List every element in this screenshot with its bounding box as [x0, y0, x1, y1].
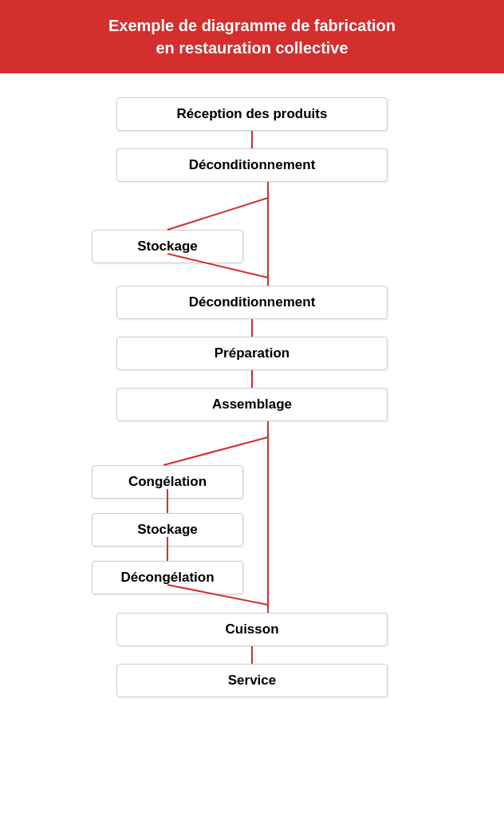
svg-line-1	[167, 198, 268, 230]
branch-svg-2	[16, 421, 488, 613]
diagram-container: Réception des produits Déconditionnement…	[0, 73, 504, 817]
node-congelation: Congélation	[92, 465, 243, 499]
node-assemblage: Assemblage	[116, 388, 388, 421]
node-deconditionnement1: Déconditionnement	[116, 148, 388, 182]
node-deconditionnement2: Déconditionnement	[116, 286, 388, 319]
node-stockage2: Stockage	[92, 513, 243, 547]
node-cuisson: Cuisson	[116, 613, 388, 646]
page-header: Exemple de diagramme de fabrication en r…	[0, 0, 504, 73]
branch-svg-1	[16, 182, 488, 286]
svg-line-4	[163, 437, 268, 465]
connector-1	[251, 131, 253, 148]
header-title: Exemple de diagramme de fabrication en r…	[24, 14, 480, 59]
branch-section-congelation: Congélation Stockage Décongélation	[16, 421, 488, 613]
node-preparation: Préparation	[116, 337, 388, 370]
node-service: Service	[116, 664, 388, 697]
node-reception: Réception des produits	[116, 97, 388, 131]
branch-section-stockage1: Stockage	[16, 182, 488, 286]
connector-3	[251, 319, 253, 337]
node-decongelation: Décongélation	[92, 561, 243, 594]
connector-5	[251, 646, 253, 664]
node-stockage1: Stockage	[92, 230, 243, 263]
connector-4	[251, 370, 253, 388]
